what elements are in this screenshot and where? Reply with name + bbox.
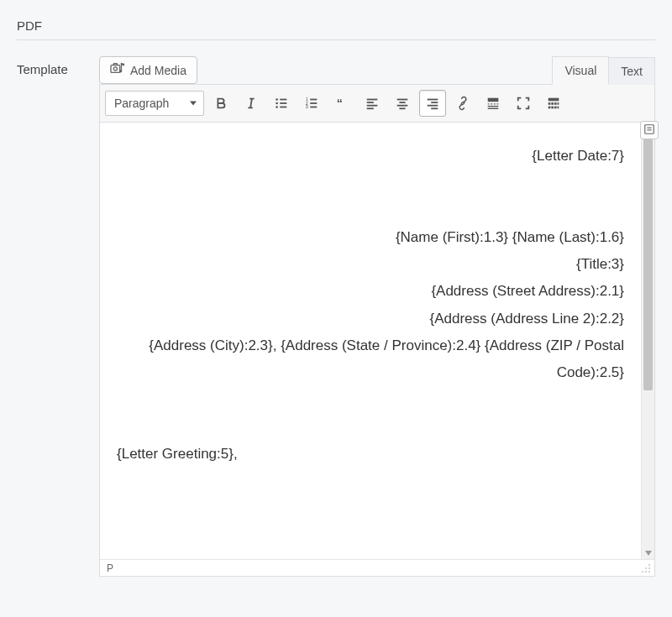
insert-more-icon bbox=[486, 96, 501, 111]
bullet-list-button[interactable] bbox=[268, 90, 295, 117]
blockquote-button[interactable]: “ bbox=[328, 90, 355, 117]
align-center-button[interactable] bbox=[389, 90, 416, 117]
camera-music-icon bbox=[110, 62, 125, 78]
svg-point-8 bbox=[276, 106, 278, 108]
align-left-button[interactable] bbox=[359, 90, 386, 117]
align-center-icon bbox=[395, 96, 410, 111]
svg-rect-42 bbox=[554, 107, 557, 109]
toolbar-toggle-button[interactable] bbox=[540, 90, 567, 117]
numbered-list-icon: 123 bbox=[304, 96, 319, 111]
scroll-track[interactable] bbox=[642, 134, 654, 547]
resize-handle-icon[interactable] bbox=[641, 563, 651, 573]
italic-button[interactable] bbox=[238, 90, 265, 117]
svg-rect-31 bbox=[488, 98, 499, 102]
insert-more-button[interactable] bbox=[480, 90, 507, 117]
link-icon bbox=[455, 96, 470, 111]
svg-point-2 bbox=[119, 70, 123, 73]
editor-tabs: Visual Text bbox=[552, 55, 655, 84]
merge-tags-icon bbox=[643, 123, 655, 138]
toolbar-toggle-icon bbox=[546, 96, 561, 111]
italic-icon bbox=[244, 96, 259, 111]
editor-container: Paragraph bbox=[99, 84, 655, 577]
align-right-button[interactable] bbox=[419, 90, 446, 117]
numbered-list-button[interactable]: 123 bbox=[298, 90, 325, 117]
svg-text:3: 3 bbox=[306, 104, 308, 109]
svg-point-46 bbox=[648, 564, 650, 566]
svg-text:“: “ bbox=[337, 97, 343, 110]
align-left-icon bbox=[365, 96, 380, 111]
add-media-label: Add Media bbox=[130, 64, 186, 77]
svg-point-7 bbox=[276, 102, 278, 105]
template-row: Template Add Media Visual bbox=[17, 55, 655, 577]
bullet-list-icon bbox=[274, 96, 289, 111]
svg-point-1 bbox=[113, 67, 117, 71]
chevron-down-icon bbox=[190, 102, 197, 106]
link-button[interactable] bbox=[449, 90, 476, 117]
svg-marker-45 bbox=[645, 551, 652, 556]
section-title: PDF bbox=[17, 8, 655, 40]
svg-rect-0 bbox=[111, 65, 120, 73]
format-dropdown[interactable]: Paragraph bbox=[105, 91, 204, 116]
template-label: Template bbox=[17, 55, 99, 76]
svg-rect-36 bbox=[549, 102, 551, 105]
editor-scrollbar[interactable] bbox=[641, 123, 654, 559]
bold-icon bbox=[213, 96, 228, 111]
content-title: {Title:3} bbox=[117, 251, 624, 278]
content-street: {Address (Street Address):2.1} bbox=[117, 278, 624, 305]
content-citystate: {Address (City):2.3}, {Address (State / … bbox=[117, 332, 624, 387]
add-media-button[interactable]: Add Media bbox=[99, 56, 197, 84]
svg-rect-52 bbox=[645, 124, 654, 133]
scroll-down-arrow[interactable] bbox=[642, 547, 654, 559]
svg-line-5 bbox=[250, 99, 252, 108]
editor-topbar: Add Media Visual Text bbox=[99, 55, 655, 84]
svg-point-6 bbox=[276, 98, 278, 101]
svg-point-50 bbox=[645, 571, 647, 573]
svg-point-48 bbox=[645, 567, 647, 569]
svg-rect-43 bbox=[558, 107, 559, 109]
blockquote-icon: “ bbox=[334, 96, 349, 111]
svg-rect-41 bbox=[551, 107, 554, 109]
content-letter-date: {Letter Date:7} bbox=[117, 143, 624, 170]
fullscreen-button[interactable] bbox=[510, 90, 537, 117]
svg-rect-35 bbox=[549, 98, 559, 102]
editor-content[interactable]: {Letter Date:7} {Name (First):1.3} {Name… bbox=[100, 123, 641, 559]
svg-point-49 bbox=[648, 571, 650, 573]
scroll-thumb[interactable] bbox=[643, 134, 653, 390]
svg-rect-38 bbox=[554, 102, 557, 105]
svg-rect-37 bbox=[551, 102, 554, 105]
svg-rect-40 bbox=[549, 107, 551, 109]
editor-body-wrap: {Letter Date:7} {Name (First):1.3} {Name… bbox=[100, 123, 654, 559]
editor-toolbar: Paragraph bbox=[100, 85, 654, 123]
editor-statusbar: P bbox=[100, 559, 654, 576]
merge-tags-button[interactable] bbox=[640, 121, 659, 139]
tab-text[interactable]: Text bbox=[609, 57, 655, 85]
content-addr2: {Address (Address Line 2):2.2} bbox=[117, 306, 624, 332]
content-greeting: {Letter Greeting:5}, bbox=[117, 441, 624, 468]
align-right-icon bbox=[425, 96, 440, 111]
format-dropdown-label: Paragraph bbox=[114, 97, 169, 110]
bold-button[interactable] bbox=[207, 90, 234, 117]
svg-rect-39 bbox=[558, 102, 559, 105]
svg-point-47 bbox=[648, 567, 650, 569]
fullscreen-icon bbox=[516, 96, 531, 111]
svg-point-51 bbox=[642, 571, 643, 573]
status-path: P bbox=[107, 562, 113, 574]
content-name: {Name (First):1.3} {Name (Last):1.6} bbox=[117, 224, 624, 251]
tab-visual[interactable]: Visual bbox=[552, 56, 609, 85]
editor-column: Add Media Visual Text Paragraph bbox=[99, 55, 655, 577]
